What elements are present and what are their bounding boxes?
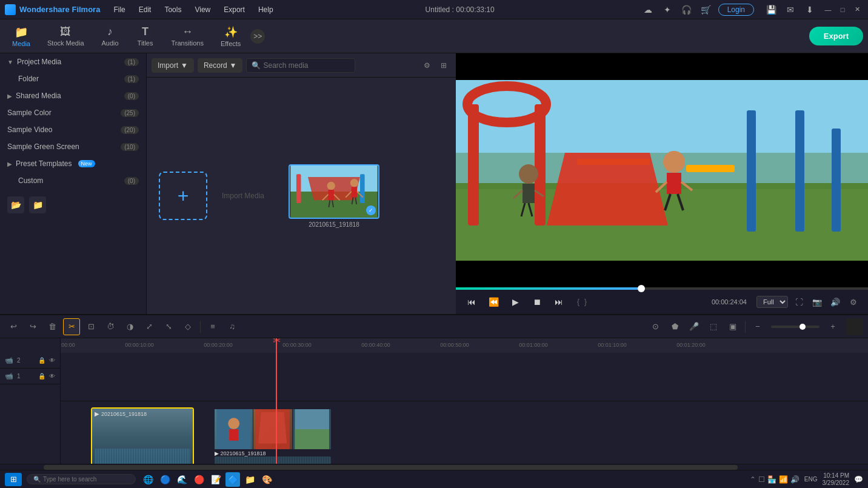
zoom-out-button[interactable]: − [749,318,766,335]
sun-icon[interactable]: ✦ [660,2,675,17]
zoom-slider[interactable] [771,326,820,328]
sidebar-item-folder[interactable]: Folder (1) [0,70,146,87]
export-button[interactable]: Export [809,27,863,45]
captions-button[interactable]: ⬚ [705,318,722,335]
taskbar-app-opera[interactable]: 🔴 [192,472,206,487]
taskbar-app-ie[interactable]: 🌐 [141,472,155,487]
speed-button[interactable]: ⏱ [102,318,119,335]
minimize-button[interactable]: — [822,4,834,16]
next-frame-button[interactable]: ⏭ [550,293,567,310]
import-plus-button[interactable]: + [159,172,207,220]
menu-tools[interactable]: Tools [158,4,187,16]
mail-icon[interactable]: ✉ [783,2,798,17]
login-button[interactable]: Login [718,4,754,16]
undo-button[interactable]: ↩ [5,318,22,335]
menu-export[interactable]: Export [218,4,251,16]
mask-button[interactable]: ⬟ [666,318,683,335]
zoom-fit-button[interactable]: ⤡ [160,318,177,335]
taskbar-wifi-icon[interactable]: 📶 [779,475,788,484]
taskbar-app-paint[interactable]: 🎨 [259,472,274,487]
rewind-button[interactable]: ⏪ [485,293,502,310]
sidebar-item-sample-video[interactable]: Sample Video (20) [0,121,146,138]
crop-button[interactable]: ⊡ [82,318,99,335]
mic-button[interactable]: 🎤 [686,318,703,335]
search-input[interactable] [263,61,350,70]
fullscreen-icon[interactable]: ⛶ [792,295,806,309]
timeline-playhead[interactable]: ✂ [276,338,277,464]
taskbar-store-icon[interactable]: 🏪 [767,475,776,484]
timeline-end-icon[interactable] [846,318,863,335]
close-button[interactable]: ✕ [851,4,863,16]
zoom-in-button[interactable]: + [824,318,841,335]
menu-file[interactable]: File [107,4,131,16]
import-button[interactable]: Import ▼ [152,58,194,73]
toolbar-stock-media[interactable]: 🖼 Stock Media [40,23,92,49]
taskbar-search-input[interactable] [43,476,122,483]
menu-help[interactable]: Help [252,4,279,16]
volume-icon[interactable]: 🔊 [828,295,843,309]
headphone-icon[interactable]: 🎧 [679,2,694,17]
menu-view[interactable]: View [189,4,216,16]
sidebar-item-sample-green[interactable]: Sample Green Screen (10) [0,138,146,155]
playback-slider[interactable] [456,287,868,290]
audio-eq-button[interactable]: ≡ [204,318,221,335]
save-icon[interactable]: 💾 [764,2,778,17]
sidebar-item-preset-templates[interactable]: ▶ Preset Templates New [0,155,146,172]
toolbar-transitions[interactable]: ↔ Transitions [164,23,211,49]
sidebar-item-sample-color[interactable]: Sample Color (25) [0,104,146,121]
snapshot-icon[interactable]: 📷 [810,295,824,309]
track1-eye[interactable]: 👁 [49,373,55,379]
toolbar-media[interactable]: 📁 Media [5,23,38,50]
sidebar-item-shared-media[interactable]: ▶ Shared Media (0) [0,87,146,104]
sidebar-item-project-media[interactable]: ▼ Project Media (1) [0,53,146,70]
maximize-button[interactable]: □ [836,4,849,16]
expand-toolbar-button[interactable]: >> [250,29,265,44]
taskbar-app-blue[interactable]: 🔷 [225,472,240,487]
track-clip-2[interactable]: ▶ 20210615_191818 [212,407,333,464]
blur-button[interactable]: ⊙ [647,318,664,335]
track1-lock[interactable]: 🔒 [38,373,45,379]
redo-button[interactable]: ↪ [24,318,41,335]
taskbar-app-files[interactable]: 📁 [242,472,257,487]
stop-button[interactable]: ⏹ [529,293,546,310]
add-folder-button[interactable]: 📂 [7,196,24,213]
playback-knob[interactable] [638,285,645,292]
motion-button[interactable]: ◇ [179,318,196,335]
taskbar-app-edge[interactable]: 🌊 [175,472,189,487]
audio-mix-button[interactable]: ♫ [224,318,241,335]
cloud-icon[interactable]: ☁ [641,2,655,17]
cart-icon[interactable]: 🛒 [699,2,713,17]
track-clip-1[interactable]: ▶ 20210615_191818 [91,407,194,464]
taskbar-volume-icon[interactable]: 🔊 [790,475,800,484]
scrollbar-thumb[interactable] [44,465,738,470]
filter-icon[interactable]: ⚙ [419,58,434,73]
chevron-up-icon[interactable]: ⌃ [750,475,756,484]
taskbar-app-chrome[interactable]: 🔵 [158,472,172,487]
sidebar-item-custom[interactable]: Custom (0) [0,172,146,189]
transform-button[interactable]: ⤢ [141,318,158,335]
toolbar-titles[interactable]: T Titles [129,23,162,49]
media-thumbnail-1[interactable]: ✓ 20210615_191818 [289,164,379,228]
prev-frame-button[interactable]: ⏮ [463,293,480,310]
notification-center-icon[interactable]: 💬 [854,475,863,484]
delete-button[interactable]: 🗑 [44,318,61,335]
create-folder-button[interactable]: 📁 [29,196,46,213]
menu-edit[interactable]: Edit [133,4,158,16]
track2-eye[interactable]: 👁 [49,357,55,364]
pip-button[interactable]: ▣ [724,318,741,335]
settings-icon[interactable]: ⚙ [846,295,861,309]
track2-lock[interactable]: 🔒 [38,357,45,364]
zoom-knob[interactable] [800,324,806,330]
cut-button[interactable]: ✂ [63,318,80,335]
toolbar-audio[interactable]: ♪ Audio [94,23,127,49]
taskbar-notification-icon[interactable]: ☐ [758,475,765,484]
grid-view-icon[interactable]: ⊞ [436,58,451,73]
windows-start-button[interactable]: ⊞ [5,473,22,486]
color-button[interactable]: ◑ [121,318,138,335]
taskbar-app-word[interactable]: 📝 [209,472,223,487]
play-button[interactable]: ▶ [507,293,524,310]
quality-select[interactable]: Full 1/2 1/4 [756,296,788,308]
toolbar-effects[interactable]: ✨ Effects [213,23,248,50]
timeline-scrollbar[interactable] [0,464,868,470]
record-button[interactable]: Record ▼ [198,58,243,73]
